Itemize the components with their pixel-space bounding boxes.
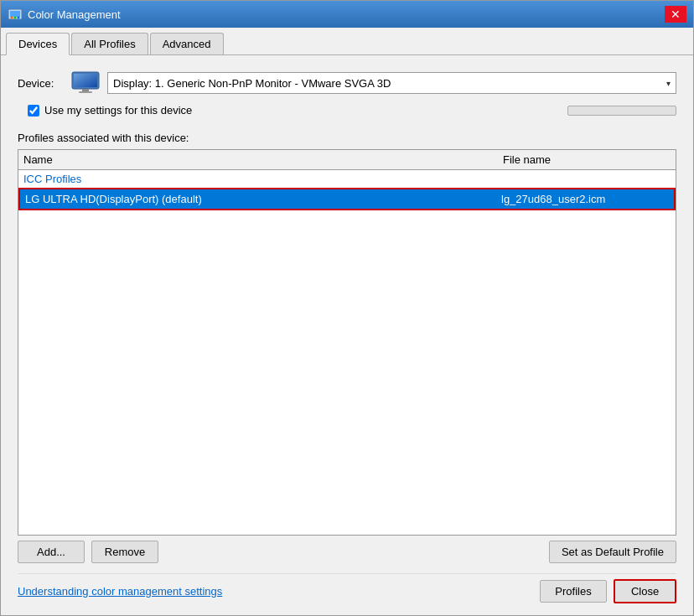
bottom-buttons: Add... Remove Set as Default Profile <box>18 541 676 563</box>
row-name: LG ULTRA HD(DisplayPort) (default) <box>25 193 501 205</box>
tab-devices[interactable]: Devices <box>6 33 70 55</box>
identify-monitors-button[interactable] <box>567 106 676 116</box>
use-settings-checkbox[interactable] <box>28 105 39 116</box>
svg-point-3 <box>14 17 17 19</box>
close-window-button[interactable]: ✕ <box>665 6 686 23</box>
device-value: Display: 1. Generic Non-PnP Monitor - VM… <box>113 77 391 90</box>
set-default-button[interactable]: Set as Default Profile <box>549 541 676 563</box>
tab-all-profiles[interactable]: All Profiles <box>71 33 148 54</box>
table-row-selected[interactable]: LG ULTRA HD(DisplayPort) (default) lg_27… <box>18 188 676 210</box>
remove-button[interactable]: Remove <box>91 541 158 563</box>
monitor-icon <box>70 70 101 96</box>
icc-profiles-group: ICC Profiles <box>18 170 676 188</box>
close-button[interactable]: Close <box>614 579 676 603</box>
device-label: Device: <box>18 77 64 90</box>
add-button[interactable]: Add... <box>18 541 85 563</box>
col-file-header: File name <box>503 153 671 166</box>
svg-rect-8 <box>82 89 89 91</box>
tabs-bar: Devices All Profiles Advanced <box>1 28 693 55</box>
use-settings-checkbox-row[interactable]: Use my settings for this device <box>28 104 192 116</box>
device-dropdown[interactable]: Display: 1. Generic Non-PnP Monitor - VM… <box>107 72 676 94</box>
tab-content: Device: Display: 1. G <box>1 55 693 615</box>
device-line: Device: Display: 1. G <box>18 70 676 96</box>
table-body: ICC Profiles LG ULTRA HD(DisplayPort) (d… <box>18 170 676 535</box>
profiles-section: Profiles associated with this device: Na… <box>18 127 676 563</box>
footer-row: Understanding color management settings … <box>18 573 676 603</box>
device-section: Device: Display: 1. G <box>18 70 676 116</box>
profiles-table: Name File name ICC Profiles LG ULTRA HD(… <box>18 149 676 536</box>
tab-advanced[interactable]: Advanced <box>150 33 224 54</box>
profiles-button[interactable]: Profiles <box>540 580 607 603</box>
dropdown-arrow-icon: ▾ <box>666 79 671 88</box>
svg-rect-9 <box>79 91 92 93</box>
understanding-link[interactable]: Understanding color management settings <box>18 585 222 598</box>
col-name-header: Name <box>23 153 503 166</box>
bottom-right-buttons: Set as Default Profile <box>549 541 676 563</box>
window-icon <box>8 7 23 22</box>
profiles-section-label: Profiles associated with this device: <box>18 132 676 144</box>
footer-right: Profiles Close <box>540 579 676 603</box>
checkbox-label: Use my settings for this device <box>44 104 192 116</box>
title-bar: Color Management ✕ <box>1 1 693 28</box>
window-title: Color Management <box>28 8 665 21</box>
color-management-window: Color Management ✕ Devices All Profiles … <box>0 0 694 616</box>
svg-point-4 <box>18 17 20 19</box>
svg-rect-1 <box>10 11 20 17</box>
row-file: lg_27ud68_user2.icm <box>501 193 669 205</box>
svg-rect-7 <box>74 74 97 87</box>
svg-point-2 <box>11 17 13 19</box>
table-header: Name File name <box>18 150 676 170</box>
